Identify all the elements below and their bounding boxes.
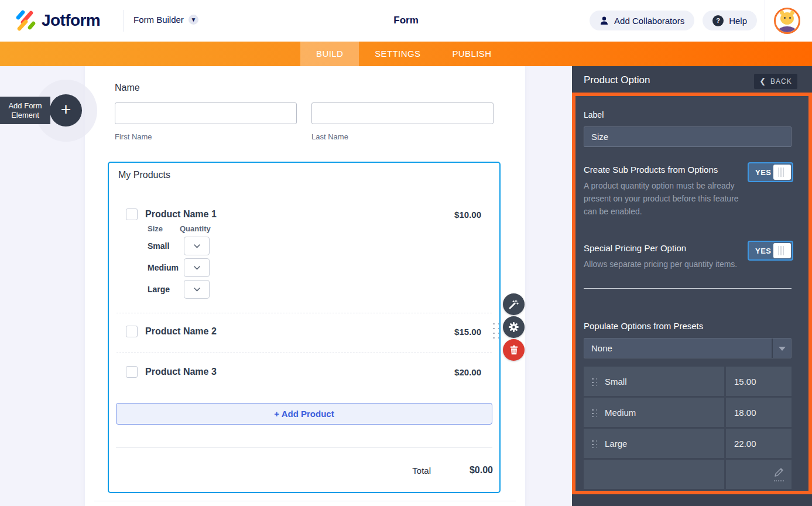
option-medium-label: Medium xyxy=(148,263,179,272)
products-field-selected[interactable]: My Products Product Name 1 $10.00 Size Q… xyxy=(108,162,501,493)
option-col-size: Size xyxy=(148,224,163,233)
chevron-down-icon xyxy=(194,288,200,292)
product-1-price: $10.00 xyxy=(454,210,481,220)
option-large-label: Large xyxy=(148,285,170,294)
options-table: Small 15.00 Medium 18.00 Large 22.00 xyxy=(584,367,792,489)
option-price: 22.00 xyxy=(734,439,756,449)
pencil-icon xyxy=(774,467,784,477)
product-3-checkbox[interactable] xyxy=(126,366,138,378)
drag-grip-icon[interactable] xyxy=(591,377,597,386)
total-label: Total xyxy=(412,466,431,476)
sub-products-label: Create Sub Products from Options xyxy=(584,165,718,175)
label-input[interactable] xyxy=(584,126,792,147)
tab-settings[interactable]: SETTINGS xyxy=(359,42,436,66)
quantity-select-medium[interactable] xyxy=(184,258,210,277)
app-header: Jotform Form Builder ▼ Form Add Collabor… xyxy=(0,0,812,42)
jotform-logo[interactable]: Jotform xyxy=(15,9,100,32)
product-divider xyxy=(117,353,492,353)
panel-title: Product Option xyxy=(584,74,650,86)
product-3-price: $20.00 xyxy=(454,367,481,377)
special-pricing-toggle[interactable]: YES xyxy=(748,241,793,261)
add-form-element-button[interactable]: Add Form Element xyxy=(0,97,50,124)
option-small-label: Small xyxy=(148,241,169,251)
settings-button[interactable] xyxy=(503,316,525,338)
header-separator xyxy=(765,0,765,42)
first-name-sublabel: First Name xyxy=(115,132,152,141)
sub-products-toggle[interactable]: YES xyxy=(748,162,793,182)
tab-build[interactable]: BUILD xyxy=(300,42,359,66)
chevron-down-icon xyxy=(194,244,200,248)
toggle-state: YES xyxy=(755,168,772,177)
special-pricing-label: Special Pricing Per Option xyxy=(584,243,686,253)
trash-icon xyxy=(509,345,519,355)
form-canvas: Name First Name Last Name My Products Pr… xyxy=(85,66,525,506)
form-builder-menu[interactable]: Form Builder ▼ xyxy=(133,15,198,25)
builder-navbar: BUILD SETTINGS PUBLISH xyxy=(0,42,812,66)
gear-icon xyxy=(508,322,519,333)
edit-pencil-button[interactable] xyxy=(774,467,784,481)
total-value: $0.00 xyxy=(470,465,493,476)
toggle-handle xyxy=(773,243,791,258)
wizard-button[interactable] xyxy=(503,293,525,315)
option-price-medium[interactable]: 18.00 xyxy=(726,398,792,427)
option-edit-cell[interactable] xyxy=(726,460,792,489)
first-name-input[interactable] xyxy=(115,102,297,124)
toggle-handle xyxy=(773,165,791,180)
add-form-element-plus-button[interactable]: + xyxy=(50,94,82,126)
label-field-caption: Label xyxy=(584,110,604,119)
next-field-divider xyxy=(94,501,516,501)
product-3-name: Product Name 3 xyxy=(145,367,217,377)
plus-icon: + xyxy=(50,94,82,126)
product-2-price: $15.00 xyxy=(454,327,481,337)
person-icon xyxy=(599,16,609,25)
chevron-down-icon xyxy=(194,266,200,270)
product-option-panel: Product Option ❮ BACK Label Create Sub P… xyxy=(572,66,812,506)
chevron-down-icon: ▼ xyxy=(189,15,198,25)
breadcrumb-label: Form Builder xyxy=(133,15,184,25)
option-row-small[interactable]: Small xyxy=(584,367,724,396)
chevron-left-icon: ❮ xyxy=(759,77,766,85)
option-price: 15.00 xyxy=(734,377,756,387)
presets-dropdown[interactable]: None xyxy=(584,338,792,358)
product-1-name: Product Name 1 xyxy=(145,209,217,220)
drag-handle-icon[interactable] xyxy=(491,322,499,339)
option-col-quantity: Quantity xyxy=(180,224,211,233)
brand-name: Jotform xyxy=(42,11,100,30)
question-mark-icon: ? xyxy=(712,15,724,26)
back-button[interactable]: ❮ BACK xyxy=(754,74,797,89)
tab-publish[interactable]: PUBLISH xyxy=(436,42,507,66)
option-price-large[interactable]: 22.00 xyxy=(726,429,792,458)
drag-grip-icon[interactable] xyxy=(591,439,597,448)
option-row-new[interactable] xyxy=(584,460,724,489)
header-actions: Add Collaborators ? Help xyxy=(590,11,757,30)
add-collaborators-button[interactable]: Add Collaborators xyxy=(590,11,694,30)
option-name: Small xyxy=(605,377,627,387)
caret-down-icon xyxy=(779,347,786,351)
drag-grip-icon[interactable] xyxy=(591,408,597,417)
product-1-checkbox[interactable] xyxy=(126,208,138,220)
dropdown-caret-button[interactable] xyxy=(772,339,791,358)
option-name: Large xyxy=(605,439,627,449)
option-row-medium[interactable]: Medium xyxy=(584,398,724,427)
option-price-small[interactable]: 15.00 xyxy=(726,367,792,396)
delete-button[interactable] xyxy=(503,339,525,361)
product-2-checkbox[interactable] xyxy=(126,326,138,337)
header-divider xyxy=(124,10,124,32)
avatar[interactable] xyxy=(774,8,800,34)
builder-tabs: BUILD SETTINGS PUBLISH xyxy=(300,42,507,66)
last-name-input[interactable] xyxy=(311,102,494,124)
quantity-select-small[interactable] xyxy=(184,237,210,255)
last-name-sublabel: Last Name xyxy=(311,132,348,141)
jotform-form-builder: Jotform Form Builder ▼ Form Add Collabor… xyxy=(0,0,812,506)
back-label: BACK xyxy=(770,77,792,86)
help-button[interactable]: ? Help xyxy=(703,11,757,30)
option-price: 18.00 xyxy=(734,408,756,418)
sub-products-help: A product quantity option must be alread… xyxy=(584,179,745,218)
add-collaborators-label: Add Collaborators xyxy=(614,16,684,26)
products-title: My Products xyxy=(118,170,170,180)
panel-highlight-frame: Label Create Sub Products from Options Y… xyxy=(572,93,812,494)
add-product-button[interactable]: + Add Product xyxy=(116,403,492,425)
name-field-label: Name xyxy=(115,83,140,93)
quantity-select-large[interactable] xyxy=(184,280,210,299)
option-row-large[interactable]: Large xyxy=(584,429,724,458)
